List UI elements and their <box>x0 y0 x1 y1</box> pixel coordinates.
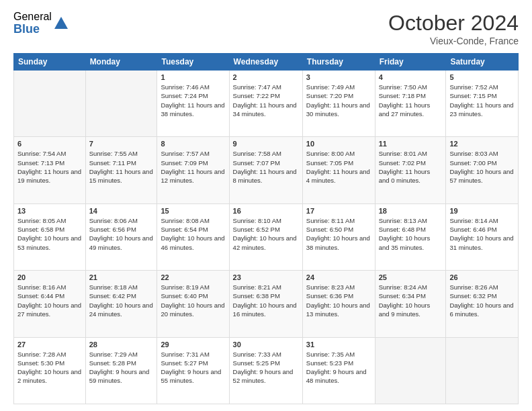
day-info: Sunrise: 8:11 AMSunset: 6:50 PMDaylight:… <box>306 216 371 252</box>
day-info: Sunrise: 8:13 AMSunset: 6:48 PMDaylight:… <box>379 216 443 252</box>
day-cell: 24Sunrise: 8:23 AMSunset: 6:36 PMDayligh… <box>302 271 375 337</box>
col-header-friday: Friday <box>375 54 446 71</box>
day-number: 26 <box>449 273 515 281</box>
col-header-tuesday: Tuesday <box>157 54 229 71</box>
day-cell <box>14 71 86 137</box>
day-cell: 27Sunrise: 7:28 AMSunset: 5:30 PMDayligh… <box>14 337 86 404</box>
header: General Blue October 2024 Vieux-Conde, F… <box>13 11 519 46</box>
day-number: 19 <box>449 207 515 215</box>
day-number: 29 <box>161 340 225 349</box>
day-info: Sunrise: 8:26 AMSunset: 6:32 PMDaylight:… <box>449 283 515 318</box>
day-number: 21 <box>89 273 154 281</box>
day-number: 2 <box>233 73 299 81</box>
day-info: Sunrise: 7:57 AMSunset: 7:09 PMDaylight:… <box>161 149 225 185</box>
day-number: 13 <box>17 207 82 215</box>
day-number: 11 <box>379 140 443 148</box>
col-header-wednesday: Wednesday <box>229 54 302 71</box>
week-row-4: 20Sunrise: 8:16 AMSunset: 6:44 PMDayligh… <box>14 271 519 337</box>
day-info: Sunrise: 7:47 AMSunset: 7:22 PMDaylight:… <box>233 83 299 118</box>
day-info: Sunrise: 8:21 AMSunset: 6:38 PMDaylight:… <box>233 283 299 318</box>
day-cell: 6Sunrise: 7:54 AMSunset: 7:13 PMDaylight… <box>14 137 86 203</box>
day-number: 4 <box>379 73 443 81</box>
logo-blue: Blue <box>13 23 52 36</box>
day-number: 25 <box>379 273 443 281</box>
day-cell: 15Sunrise: 8:08 AMSunset: 6:54 PMDayligh… <box>157 203 229 270</box>
day-info: Sunrise: 8:05 AMSunset: 6:58 PMDaylight:… <box>17 216 82 252</box>
day-cell: 28Sunrise: 7:29 AMSunset: 5:28 PMDayligh… <box>85 337 157 404</box>
logo-text: General Blue <box>13 11 52 36</box>
day-cell: 4Sunrise: 7:50 AMSunset: 7:18 PMDaylight… <box>375 71 446 137</box>
day-number: 16 <box>233 207 299 215</box>
week-row-1: 1Sunrise: 7:46 AMSunset: 7:24 PMDaylight… <box>14 71 519 137</box>
day-info: Sunrise: 8:24 AMSunset: 6:34 PMDaylight:… <box>379 283 443 318</box>
day-cell: 11Sunrise: 8:01 AMSunset: 7:02 PMDayligh… <box>375 137 446 203</box>
day-info: Sunrise: 7:29 AMSunset: 5:28 PMDaylight:… <box>89 350 154 385</box>
day-number: 18 <box>379 207 443 215</box>
day-cell <box>446 337 519 404</box>
day-number: 15 <box>161 207 225 215</box>
day-info: Sunrise: 8:14 AMSunset: 6:46 PMDaylight:… <box>449 216 515 252</box>
day-cell: 17Sunrise: 8:11 AMSunset: 6:50 PMDayligh… <box>302 203 375 270</box>
location: Vieux-Conde, France <box>388 36 519 46</box>
day-number: 30 <box>233 340 299 349</box>
day-info: Sunrise: 7:52 AMSunset: 7:15 PMDaylight:… <box>449 83 515 118</box>
day-number: 10 <box>306 140 371 148</box>
day-info: Sunrise: 8:00 AMSunset: 7:05 PMDaylight:… <box>306 149 371 185</box>
logo-general: General <box>13 11 52 23</box>
day-cell: 3Sunrise: 7:49 AMSunset: 7:20 PMDaylight… <box>302 71 375 137</box>
col-header-sunday: Sunday <box>14 54 86 71</box>
day-info: Sunrise: 8:03 AMSunset: 7:00 PMDaylight:… <box>449 149 515 185</box>
day-info: Sunrise: 7:54 AMSunset: 7:13 PMDaylight:… <box>17 149 82 185</box>
day-info: Sunrise: 7:35 AMSunset: 5:23 PMDaylight:… <box>306 350 371 385</box>
day-number: 22 <box>161 273 225 281</box>
day-cell: 7Sunrise: 7:55 AMSunset: 7:11 PMDaylight… <box>85 137 157 203</box>
day-number: 6 <box>17 140 82 148</box>
day-cell: 26Sunrise: 8:26 AMSunset: 6:32 PMDayligh… <box>446 271 519 337</box>
day-cell: 13Sunrise: 8:05 AMSunset: 6:58 PMDayligh… <box>14 203 86 270</box>
day-number: 20 <box>17 273 82 281</box>
day-cell: 31Sunrise: 7:35 AMSunset: 5:23 PMDayligh… <box>302 337 375 404</box>
logo-icon <box>53 15 69 32</box>
day-info: Sunrise: 8:08 AMSunset: 6:54 PMDaylight:… <box>161 216 225 252</box>
day-info: Sunrise: 8:19 AMSunset: 6:40 PMDaylight:… <box>161 283 225 318</box>
day-number: 28 <box>89 340 154 349</box>
day-cell: 10Sunrise: 8:00 AMSunset: 7:05 PMDayligh… <box>302 137 375 203</box>
day-cell <box>375 337 446 404</box>
day-cell: 9Sunrise: 7:58 AMSunset: 7:07 PMDaylight… <box>229 137 302 203</box>
day-cell: 19Sunrise: 8:14 AMSunset: 6:46 PMDayligh… <box>446 203 519 270</box>
day-cell: 23Sunrise: 8:21 AMSunset: 6:38 PMDayligh… <box>229 271 302 337</box>
day-info: Sunrise: 7:55 AMSunset: 7:11 PMDaylight:… <box>89 149 154 185</box>
day-cell: 25Sunrise: 8:24 AMSunset: 6:34 PMDayligh… <box>375 271 446 337</box>
day-cell: 30Sunrise: 7:33 AMSunset: 5:25 PMDayligh… <box>229 337 302 404</box>
calendar-page: General Blue October 2024 Vieux-Conde, F… <box>0 0 532 411</box>
day-number: 3 <box>306 73 371 81</box>
week-row-2: 6Sunrise: 7:54 AMSunset: 7:13 PMDaylight… <box>14 137 519 203</box>
col-header-monday: Monday <box>85 54 157 71</box>
day-number: 12 <box>449 140 515 148</box>
day-info: Sunrise: 8:16 AMSunset: 6:44 PMDaylight:… <box>17 283 82 318</box>
day-info: Sunrise: 7:28 AMSunset: 5:30 PMDaylight:… <box>17 350 82 385</box>
day-cell: 20Sunrise: 8:16 AMSunset: 6:44 PMDayligh… <box>14 271 86 337</box>
day-number: 1 <box>161 73 225 81</box>
week-row-3: 13Sunrise: 8:05 AMSunset: 6:58 PMDayligh… <box>14 203 519 270</box>
header-row: SundayMondayTuesdayWednesdayThursdayFrid… <box>14 54 519 71</box>
day-info: Sunrise: 7:58 AMSunset: 7:07 PMDaylight:… <box>233 149 299 185</box>
day-info: Sunrise: 8:10 AMSunset: 6:52 PMDaylight:… <box>233 216 299 252</box>
day-info: Sunrise: 7:50 AMSunset: 7:18 PMDaylight:… <box>379 83 443 118</box>
col-header-thursday: Thursday <box>302 54 375 71</box>
day-cell: 1Sunrise: 7:46 AMSunset: 7:24 PMDaylight… <box>157 71 229 137</box>
day-info: Sunrise: 7:33 AMSunset: 5:25 PMDaylight:… <box>233 350 299 385</box>
day-cell: 8Sunrise: 7:57 AMSunset: 7:09 PMDaylight… <box>157 137 229 203</box>
day-info: Sunrise: 7:49 AMSunset: 7:20 PMDaylight:… <box>306 83 371 118</box>
day-cell: 16Sunrise: 8:10 AMSunset: 6:52 PMDayligh… <box>229 203 302 270</box>
day-number: 23 <box>233 273 299 281</box>
day-info: Sunrise: 8:06 AMSunset: 6:56 PMDaylight:… <box>89 216 154 252</box>
day-number: 27 <box>17 340 82 349</box>
title-area: October 2024 Vieux-Conde, France <box>388 11 519 46</box>
day-info: Sunrise: 8:18 AMSunset: 6:42 PMDaylight:… <box>89 283 154 318</box>
day-number: 8 <box>161 140 225 148</box>
day-cell: 12Sunrise: 8:03 AMSunset: 7:00 PMDayligh… <box>446 137 519 203</box>
col-header-saturday: Saturday <box>446 54 519 71</box>
day-number: 7 <box>89 140 154 148</box>
calendar-table: SundayMondayTuesdayWednesdayThursdayFrid… <box>13 53 519 404</box>
